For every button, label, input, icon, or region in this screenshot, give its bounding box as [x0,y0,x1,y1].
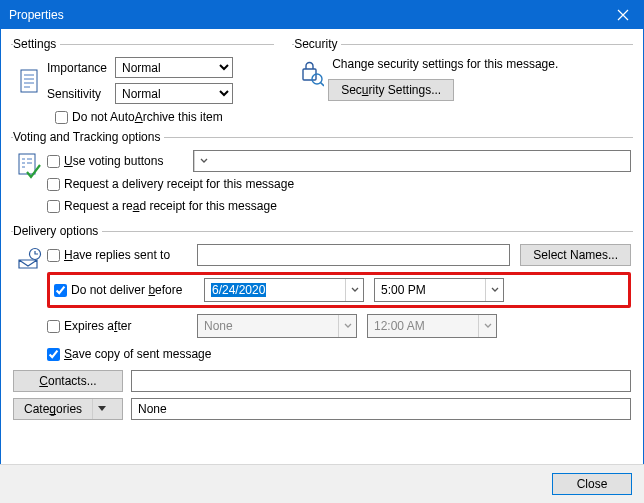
have-replies-checkbox[interactable] [47,249,60,262]
delivery-group: Delivery options Have replies sent to Se… [11,224,633,422]
security-legend: Security [294,37,341,51]
close-icon [617,9,629,21]
select-names-button[interactable]: Select Names... [520,244,631,266]
do-not-deliver-checkbox[interactable] [54,284,67,297]
settings-icon [13,66,47,96]
autoarchive-checkbox[interactable] [55,111,68,124]
dnd-date-combo[interactable]: 6/24/2020 [204,278,364,302]
close-dialog-button[interactable]: Close [552,473,632,495]
security-icon [294,57,328,87]
title-bar: Properties [1,1,643,29]
use-voting-checkbox[interactable] [47,155,60,168]
categories-value: None [131,398,631,420]
use-voting-label[interactable]: Use voting buttons [64,154,163,168]
chevron-down-icon [194,151,212,171]
sensitivity-select[interactable]: Normal [115,83,233,104]
delivery-receipt-checkbox[interactable] [47,178,60,191]
chevron-down-icon [338,315,356,337]
security-group: Security Change security settings for th… [292,37,633,106]
close-button[interactable] [603,1,643,29]
read-receipt-label[interactable]: Request a read receipt for this message [64,199,277,213]
chevron-down-icon [485,279,503,301]
chevron-down-icon [478,315,496,337]
svg-rect-0 [21,70,37,92]
expires-after-label[interactable]: Expires after [64,319,131,333]
contacts-button[interactable]: Contacts... [13,370,123,392]
svg-line-7 [321,83,325,87]
sensitivity-label: Sensitivity [47,87,115,101]
expires-time-combo: 12:00 AM [367,314,497,338]
read-receipt-checkbox[interactable] [47,200,60,213]
caret-down-icon [92,399,110,419]
settings-legend: Settings [13,37,60,51]
voting-icon [13,150,47,182]
highlight-annotation: Do not deliver before 6/24/2020 5:00 PM [47,272,631,308]
have-replies-label[interactable]: Have replies sent to [64,248,170,262]
chevron-down-icon [345,279,363,301]
delivery-icon [13,244,47,274]
categories-button[interactable]: Categories [13,398,123,420]
delivery-receipt-label[interactable]: Request a delivery receipt for this mess… [64,177,294,191]
expires-date-combo: None [197,314,357,338]
have-replies-input[interactable] [197,244,510,266]
save-copy-checkbox[interactable] [47,348,60,361]
dnd-time-combo[interactable]: 5:00 PM [374,278,504,302]
security-description: Change security settings for this messag… [332,57,631,71]
voting-group: Voting and Tracking options Use voting b… [11,130,633,218]
importance-select[interactable]: Normal [115,57,233,78]
contacts-input[interactable] [131,370,631,392]
delivery-legend: Delivery options [13,224,102,238]
window-title: Properties [9,8,64,22]
voting-buttons-combo[interactable] [193,150,631,172]
svg-rect-8 [19,154,35,174]
dialog-footer: Close [0,464,644,503]
settings-group: Settings Importance Normal Sensitivity N… [11,37,274,106]
save-copy-label[interactable]: Save copy of sent message [64,347,211,361]
security-settings-button[interactable]: Security Settings... [328,79,454,101]
voting-legend: Voting and Tracking options [13,130,164,144]
expires-after-checkbox[interactable] [47,320,60,333]
importance-label: Importance [47,61,115,75]
do-not-deliver-label[interactable]: Do not deliver before [71,283,182,297]
autoarchive-label[interactable]: Do not AutoArchive this item [72,110,223,124]
